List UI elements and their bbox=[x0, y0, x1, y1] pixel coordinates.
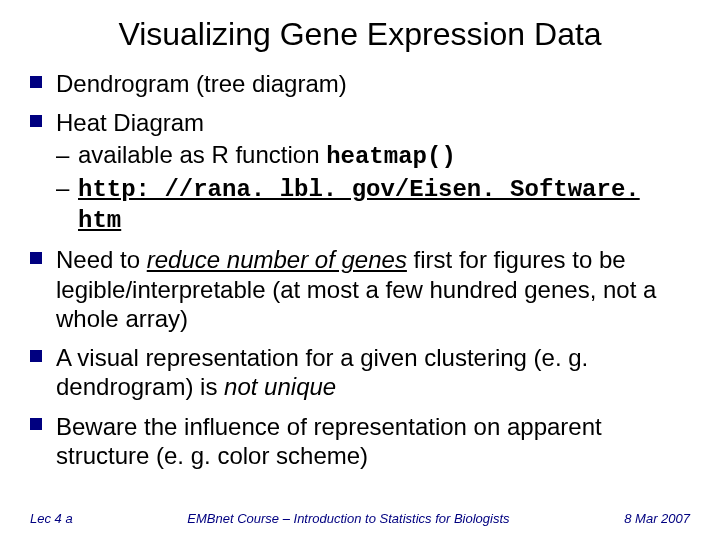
emphasis-text: not unique bbox=[224, 373, 336, 400]
bullet-reduce-genes: Need to reduce number of genes first for… bbox=[30, 245, 690, 333]
footer-left: Lec 4 a bbox=[30, 511, 73, 526]
bullet-text: Heat Diagram bbox=[56, 109, 204, 136]
square-bullet-icon bbox=[30, 76, 42, 88]
sub-bullet-url: http: //rana. lbl. gov/Eisen. Software. … bbox=[56, 173, 690, 236]
page-title: Visualizing Gene Expression Data bbox=[30, 16, 690, 53]
bullet-text-pre: Need to bbox=[56, 246, 147, 273]
url-link[interactable]: http: //rana. lbl. gov/Eisen. Software. … bbox=[78, 176, 640, 234]
bullet-text: Beware the influence of representation o… bbox=[56, 413, 602, 469]
sub-text: available as R function bbox=[78, 141, 326, 168]
square-bullet-icon bbox=[30, 252, 42, 264]
bullet-list: Dendrogram (tree diagram) Heat Diagram a… bbox=[30, 69, 690, 470]
square-bullet-icon bbox=[30, 350, 42, 362]
bullet-dendrogram: Dendrogram (tree diagram) bbox=[30, 69, 690, 98]
sub-bullet-rfunc: available as R function heatmap() bbox=[56, 140, 690, 171]
bullet-not-unique: A visual representation for a given clus… bbox=[30, 343, 690, 402]
square-bullet-icon bbox=[30, 115, 42, 127]
bullet-heat-diagram: Heat Diagram available as R function hea… bbox=[30, 108, 690, 235]
code-text: heatmap() bbox=[326, 143, 456, 170]
emphasis-text: reduce number of genes bbox=[147, 246, 407, 273]
bullet-text: Dendrogram (tree diagram) bbox=[56, 70, 347, 97]
sub-list: available as R function heatmap() http: … bbox=[56, 140, 690, 236]
footer-right: 8 Mar 2007 bbox=[624, 511, 690, 526]
square-bullet-icon bbox=[30, 418, 42, 430]
footer-center: EMBnet Course – Introduction to Statisti… bbox=[187, 511, 509, 526]
slide: Visualizing Gene Expression Data Dendrog… bbox=[0, 0, 720, 540]
bullet-beware: Beware the influence of representation o… bbox=[30, 412, 690, 471]
footer: Lec 4 a EMBnet Course – Introduction to … bbox=[30, 511, 690, 526]
